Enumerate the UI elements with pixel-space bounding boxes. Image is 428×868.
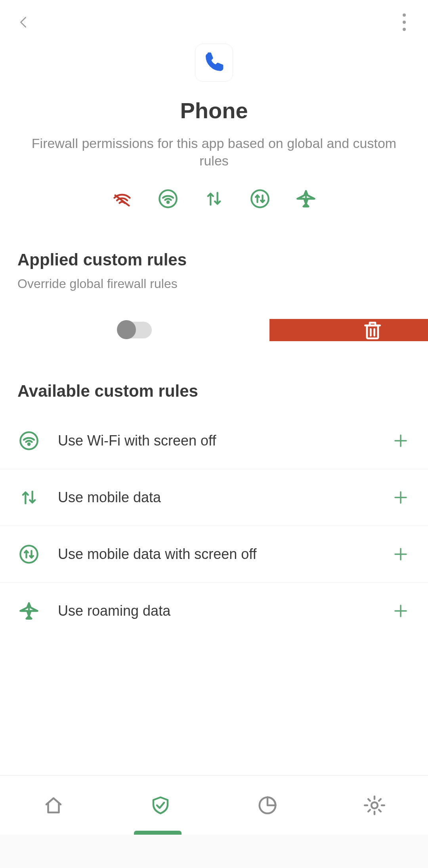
rule-label: Use mobile data	[58, 489, 373, 506]
mobile-data-icon	[17, 486, 40, 509]
applied-rules-title: Applied custom rules	[17, 250, 411, 269]
add-rule-button[interactable]	[391, 431, 411, 451]
airplane-icon	[17, 599, 40, 622]
nav-active-indicator	[134, 831, 182, 835]
rule-row-roaming-data[interactable]: Use roaming data	[0, 582, 428, 639]
add-rule-button[interactable]	[391, 544, 411, 564]
bottom-nav	[0, 775, 428, 835]
app-icon	[195, 44, 233, 82]
more-dot	[403, 28, 406, 31]
app-subtitle: Firewall permissions for this app based …	[24, 134, 404, 169]
add-rule-button[interactable]	[391, 601, 411, 621]
rule-row-wifi-screen-off[interactable]: Use Wi-Fi with screen off	[0, 413, 428, 469]
more-options-button[interactable]	[395, 13, 414, 32]
more-dot	[403, 21, 406, 24]
add-rule-button[interactable]	[391, 488, 411, 507]
app-header: Phone Firewall permissions for this app …	[0, 40, 428, 227]
permission-summary-row	[110, 187, 318, 211]
applied-rule-toggle[interactable]	[118, 322, 152, 338]
nav-settings[interactable]	[351, 782, 398, 829]
mobile-data-icon[interactable]	[202, 187, 226, 211]
nav-home[interactable]	[30, 782, 77, 829]
rule-row-mobile-data[interactable]: Use mobile data	[0, 469, 428, 526]
rule-label: Use mobile data with screen off	[58, 546, 373, 563]
system-bar	[0, 835, 428, 868]
available-rules-list: Use Wi-Fi with screen off Use mobile dat…	[0, 413, 428, 639]
app-title: Phone	[180, 98, 248, 123]
airplane-icon[interactable]	[294, 187, 318, 211]
applied-rule-row[interactable]	[0, 302, 428, 358]
trash-icon	[361, 319, 384, 341]
toggle-knob	[117, 320, 136, 339]
mobile-data-circle-icon	[17, 543, 40, 566]
rule-label: Use roaming data	[58, 603, 373, 619]
applied-rules-subtitle: Override global firewall rules	[17, 277, 411, 291]
mobile-data-circle-icon[interactable]	[248, 187, 272, 211]
rule-row-mobile-data-screen-off[interactable]: Use mobile data with screen off	[0, 526, 428, 582]
wifi-circle-icon[interactable]	[156, 187, 180, 211]
wifi-blocked-icon[interactable]	[110, 187, 134, 211]
available-rules-title: Available custom rules	[17, 382, 411, 401]
more-dot	[403, 13, 406, 17]
wifi-circle-icon	[17, 429, 40, 452]
back-button[interactable]	[14, 13, 33, 32]
nav-chart[interactable]	[244, 782, 291, 829]
rule-label: Use Wi-Fi with screen off	[58, 432, 373, 449]
delete-rule-button[interactable]	[269, 319, 428, 341]
nav-shield[interactable]	[137, 782, 184, 829]
